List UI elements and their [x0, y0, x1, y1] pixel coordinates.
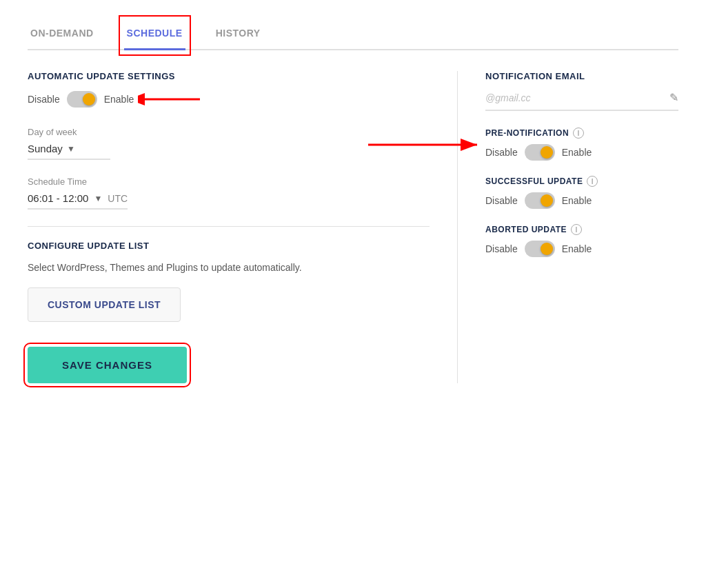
- successful-update-info-icon[interactable]: i: [587, 176, 598, 187]
- successful-enable-label: Enable: [562, 195, 592, 206]
- time-chevron-icon: ▼: [94, 194, 102, 203]
- successful-update-heading: SUCCESSFUL UPDATE i: [485, 176, 678, 187]
- tab-on-demand[interactable]: ON-DEMAND: [28, 21, 97, 49]
- aborted-update-toggle-row: Disable Enable: [485, 241, 678, 257]
- notification-email-heading: NOTIFICATION EMAIL: [485, 71, 678, 81]
- configure-heading: CONFIGURE UPDATE LIST: [28, 241, 430, 251]
- auto-update-toggle[interactable]: [67, 91, 97, 108]
- arrow-pre-notif-annotation: [361, 134, 485, 155]
- pre-notification-section: PRE-NOTIFICATION i Disable Enable: [485, 128, 678, 161]
- tab-history[interactable]: HISTORY: [213, 21, 263, 49]
- arrow-enable-annotation: [138, 89, 207, 110]
- day-of-week-select[interactable]: Sunday ▼: [28, 143, 110, 160]
- aborted-update-toggle[interactable]: [525, 241, 555, 257]
- pre-notification-toggle[interactable]: [525, 144, 555, 161]
- successful-disable-label: Disable: [485, 195, 518, 206]
- schedule-time-value: 06:01 - 12:00: [28, 192, 88, 204]
- schedule-time-select[interactable]: 06:01 - 12:00 ▼ UTC: [28, 192, 128, 210]
- pre-notification-toggle-row: Disable Enable: [485, 144, 678, 161]
- left-panel: AUTOMATIC UPDATE SETTINGS Disable Enable…: [28, 71, 458, 383]
- right-panel: NOTIFICATION EMAIL @gmail.cc ✎ PRE-NOTIF…: [458, 71, 678, 383]
- successful-update-toggle-row: Disable Enable: [485, 192, 678, 209]
- auto-update-toggle-area: Disable Enable: [28, 91, 430, 108]
- successful-update-toggle[interactable]: [525, 192, 555, 209]
- day-of-week-value: Sunday: [28, 143, 63, 154]
- configure-section: CONFIGURE UPDATE LIST Select WordPress, …: [28, 241, 430, 322]
- aborted-enable-label: Enable: [562, 243, 592, 254]
- pre-notif-disable-label: Disable: [485, 147, 518, 158]
- aborted-update-info-icon[interactable]: i: [571, 224, 582, 235]
- chevron-down-icon: ▼: [67, 144, 75, 154]
- edit-email-icon[interactable]: ✎: [669, 91, 678, 104]
- custom-update-list-button[interactable]: CUSTOM UPDATE LIST: [28, 287, 181, 322]
- save-changes-button[interactable]: SAVE CHANGES: [28, 347, 187, 383]
- schedule-time-label: Schedule Time: [28, 176, 430, 187]
- auto-update-heading: AUTOMATIC UPDATE SETTINGS: [28, 71, 430, 81]
- tab-schedule[interactable]: SCHEDULE: [124, 21, 185, 50]
- pre-notification-heading: PRE-NOTIFICATION i: [485, 128, 678, 139]
- aborted-update-heading: ABORTED UPDATE i: [485, 224, 678, 235]
- toggle-thumb: [83, 93, 95, 105]
- main-content: AUTOMATIC UPDATE SETTINGS Disable Enable…: [28, 71, 678, 383]
- email-value: @gmail.cc: [485, 92, 663, 103]
- email-row: @gmail.cc ✎: [485, 91, 678, 111]
- timezone-label: UTC: [108, 193, 128, 204]
- pre-notification-info-icon[interactable]: i: [573, 128, 584, 139]
- auto-update-enable-label: Enable: [104, 94, 134, 105]
- successful-update-section: SUCCESSFUL UPDATE i Disable Enable: [485, 176, 678, 209]
- save-btn-container: SAVE CHANGES: [28, 347, 430, 383]
- auto-update-disable-label: Disable: [28, 94, 60, 105]
- pre-notif-enable-label: Enable: [562, 147, 592, 158]
- configure-description: Select WordPress, Themes and Plugins to …: [28, 261, 430, 275]
- tabs-container: ON-DEMAND SCHEDULE HISTORY: [28, 21, 678, 50]
- aborted-disable-label: Disable: [485, 243, 518, 254]
- aborted-update-section: ABORTED UPDATE i Disable Enable: [485, 224, 678, 257]
- schedule-time-group: Schedule Time 06:01 - 12:00 ▼ UTC: [28, 176, 430, 210]
- divider-1: [28, 226, 430, 227]
